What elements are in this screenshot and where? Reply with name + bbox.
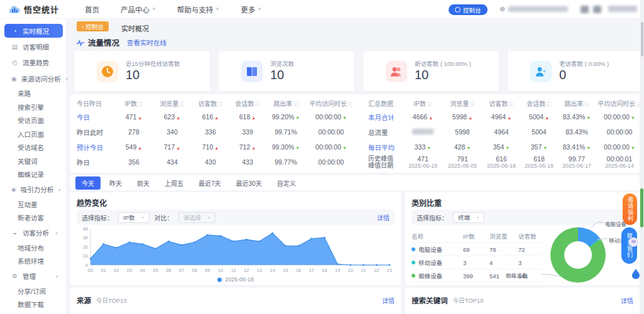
device-donut-chart[interactable] [550, 227, 606, 283]
sidebar-item-新老访客[interactable]: 新老访客 [0, 211, 66, 225]
table-cell: 4964 [483, 128, 520, 136]
category-cell: 78 [489, 246, 518, 253]
source-icon: ◉ [11, 75, 17, 82]
category-row-label: 移动设备 [412, 258, 463, 267]
sidebar-item-吸引力分析[interactable]: ◈吸引力分析∧ [0, 181, 66, 198]
date-tab-昨天[interactable]: 昨天 [103, 176, 128, 190]
chart-legend[interactable]: 2025-06-18 [70, 276, 401, 283]
sidebar-item-访客明细[interactable]: ▤访客明细 [0, 39, 66, 55]
scrollbar-thumb-green[interactable] [640, 188, 643, 227]
sidebar-item-互动量[interactable]: 互动量 [0, 198, 66, 212]
date-tab-今天[interactable]: 今天 [75, 176, 101, 190]
svg-text:21: 21 [361, 268, 366, 273]
keywords-detail-link[interactable]: 详情 [621, 296, 633, 305]
date-tab-最近30天[interactable]: 最近30天 [230, 176, 268, 190]
date-tab-上周五[interactable]: 上周五 [158, 176, 190, 190]
keywords-top10-card: 搜索关键词 今日TOP10 详情 [405, 288, 640, 314]
brand-logo[interactable]: 悟空统计 [0, 3, 66, 15]
table-cell: 99.77% [266, 158, 305, 166]
info-icon[interactable]: ⓘ [546, 101, 552, 107]
arrow-up-icon: ▲ [468, 116, 472, 120]
table-cell: 00:00:012025-06-14 [596, 155, 643, 169]
scrollbar-thumb[interactable] [641, 22, 643, 57]
nav-blurred-icon-1[interactable] [581, 6, 589, 13]
user-account-area[interactable]: ⊕ [499, 5, 568, 13]
compare-select[interactable]: 请选择 ∨ [178, 212, 216, 223]
info-icon[interactable]: ⓘ [469, 101, 475, 107]
sidebar-item-流量趋势[interactable]: ◴流量趋势 [0, 55, 66, 70]
table-cell: 354▼ [483, 143, 520, 151]
info-icon[interactable]: ⓘ [217, 101, 223, 107]
info-icon[interactable]: ⓘ [138, 101, 143, 107]
category-row-电脑设备[interactable]: 电脑设备697872 [412, 243, 543, 256]
table-cell: 83.43%▼ [558, 113, 596, 121]
info-icon[interactable]: ⓘ [584, 101, 589, 107]
metric-select[interactable]: IP数 ∨ [118, 212, 150, 223]
view-realtime-online-link[interactable]: 查看实时在线 [127, 38, 166, 47]
sidebar-item-来路[interactable]: 来路 [0, 87, 66, 100]
nav-item-4[interactable]: 更多∨ [241, 4, 261, 14]
row-label[interactable]: 预计今日 [75, 143, 116, 152]
sidebar-item-受访域名[interactable]: 受访域名 [0, 141, 66, 154]
trend-area-chart[interactable]: 0102030400001020304050607080910111213141… [75, 226, 396, 276]
row-label[interactable]: 今日 [75, 112, 116, 122]
sidebar-item-分享/订阅[interactable]: 分享/订阅 [0, 284, 66, 298]
sidebar-item-系统环境[interactable]: 系统环境 [0, 254, 66, 268]
sidebar-item-入口页面[interactable]: 入口页面 [0, 127, 66, 141]
date-tab-自定义[interactable]: 自定义 [271, 176, 302, 190]
svg-text:05: 05 [153, 268, 158, 273]
nav-item-2[interactable]: 产品中心∨ [121, 4, 156, 14]
info-icon[interactable]: ⓘ [293, 101, 298, 107]
category-metric-value: 终端 [458, 213, 470, 222]
category-metric-select[interactable]: 终端 ∨ [453, 212, 484, 223]
water-drop-icon[interactable] [632, 269, 640, 279]
sidebar-item-管理[interactable]: ⚙管理∧ [0, 268, 66, 284]
sidebar-item-地域分布[interactable]: 地域分布 [0, 241, 66, 255]
stat-card-value: 10 [270, 68, 284, 82]
info-icon[interactable]: ⓘ [254, 101, 260, 107]
table-cell: 99.71% [266, 128, 305, 136]
table-cell: 83.43% [558, 128, 596, 136]
info-icon[interactable]: ⓘ [347, 101, 353, 107]
svg-text:18: 18 [322, 268, 327, 273]
date-tab-前天[interactable]: 前天 [131, 176, 156, 190]
sidebar-item-搜索引擎[interactable]: 搜索引擎 [0, 100, 66, 114]
category-cell: 3 [463, 259, 489, 266]
sidebar-item-来源访问分析[interactable]: ◉来源访问分析∧ [0, 70, 66, 87]
chat-bubble-icon[interactable] [629, 237, 638, 247]
arrow-down-icon: ▼ [631, 116, 635, 120]
row-label[interactable]: 本月合计 [367, 112, 403, 122]
source-subtitle: 今日TOP10 [96, 296, 127, 305]
date-tab-最近7天[interactable]: 最近7天 [192, 176, 227, 190]
sidebar-item-蜘蛛记录[interactable]: 蜘蛛记录 [0, 168, 66, 181]
trend-controls: 选择指标： IP数 ∨ 对比： 请选择 ∨ 详情 [77, 210, 395, 225]
peak-date: 2025-06-18 [403, 163, 442, 169]
source-title: 来源 [77, 295, 91, 305]
console-back-badge[interactable]: ‹ 控制台 [77, 21, 109, 31]
info-icon[interactable]: ⓘ [179, 101, 185, 107]
invite-rewards-float-button[interactable]: 邀请福利 [623, 193, 637, 225]
sidebar-item-实时概况[interactable]: ◔实时概况 [4, 24, 63, 38]
console-button[interactable]: 控制台 [449, 4, 488, 15]
info-icon[interactable]: ⓘ [508, 101, 514, 107]
source-detail-link[interactable]: 详情 [382, 296, 395, 305]
sidebar-item-label: 数据下载 [18, 300, 44, 309]
tab-realtime-overview[interactable]: 实时概况 [121, 23, 149, 33]
sidebar-item-关键词[interactable]: 关键词 [0, 154, 66, 168]
row-label[interactable]: 每日平均 [367, 143, 403, 152]
nav-item-3[interactable]: 帮助与支持∨ [177, 4, 219, 14]
sidebar-item-数据下载[interactable]: 数据下载 [0, 298, 66, 311]
chevron-down-icon: ∨ [258, 7, 261, 11]
top-nav-menu: 首页产品中心∨帮助与支持∨更多∨ [85, 4, 261, 14]
category-row-移动设备[interactable]: 移动设备343 [412, 256, 543, 269]
console-button-label: 控制台 [463, 6, 481, 14]
sidebar-item-访客分析[interactable]: ◒访客分析∧ [0, 225, 66, 241]
console-icon [455, 7, 461, 13]
category-cell: 4 [489, 259, 518, 266]
info-icon[interactable]: ⓘ [427, 101, 432, 107]
nav-item-1[interactable]: 首页 [85, 4, 99, 14]
trend-detail-link[interactable]: 详情 [377, 213, 390, 222]
svg-text:16: 16 [296, 268, 301, 273]
sidebar-item-受访页面[interactable]: 受访页面 [0, 114, 66, 127]
nav-blurred-icon-2[interactable] [593, 6, 601, 13]
